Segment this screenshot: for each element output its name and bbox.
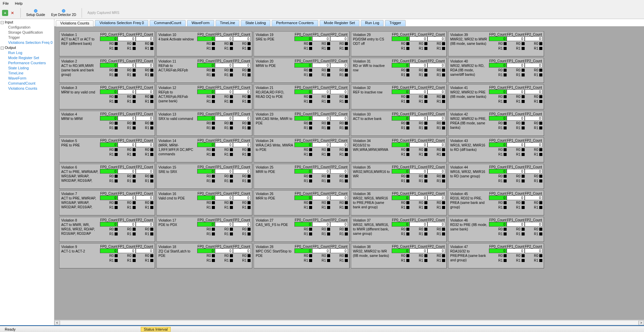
violation-card: Violation 16Valid cmd to PDEFP0_Count0R0… [156,190,252,215]
collapse-icon[interactable]: − [1,47,4,50]
card-title: Violation 17 [158,218,196,223]
card-title: Violation 4 [61,112,99,117]
add-button[interactable]: + [2,10,8,16]
tab-state-listing[interactable]: State Listing [241,20,270,26]
led-icon [248,179,251,182]
scroll-right-button[interactable]: > [639,320,644,325]
rank-indicator: R1 [312,72,330,77]
tree-output[interactable]: −Output [1,45,53,50]
led-icon [133,73,136,76]
tree-item-mode-register-set[interactable]: Mode Register Set [8,55,53,60]
menu-help[interactable]: Help [15,1,23,5]
eye-detector-button[interactable]: Eye Detector 2D [49,7,78,19]
cards-scroll[interactable]: Violation 1ACT to ACT or ACT to REF (dif… [54,27,644,320]
card-title: Violation 3 [61,86,99,90]
rank-indicator: R1 [215,152,233,157]
tree-input[interactable]: −Input [1,20,53,25]
tab-mode-register-set[interactable]: Mode Register Set [320,20,359,26]
rank-indicator: R1 [294,178,312,183]
card-description: MRR to PDE [256,170,293,174]
fp-header: FP0_Count [294,33,312,36]
tree-item-trigger[interactable]: Trigger [8,35,53,40]
collapse-icon[interactable]: − [1,21,4,24]
led-icon [150,179,153,182]
tab-run-log[interactable]: Run Log [361,20,384,26]
fp-header: FP0_Count [392,165,409,169]
fp-value: 0 [100,195,118,200]
close-button[interactable]: ✕ [10,10,15,16]
tab-commandcount[interactable]: CommandCount [150,20,186,26]
fp-value: 0 [409,142,427,147]
tab-violations-selection-freq-0[interactable]: Violations Selection Freq 0 [95,20,148,26]
led-icon [150,259,153,262]
card-description: ZQ Cal Start/Latch to PDE [158,249,196,258]
rank-indicator: R0 [197,94,215,99]
rank-indicator: R1 [489,178,507,183]
rank-indicator: R0 [294,94,312,99]
led-icon [248,47,251,50]
fp-header: FP0_Count [392,59,409,63]
violation-card: Violation 18ZQ Cal Start/Latch to PDEFP0… [156,243,252,268]
rank-indicator: R0 [294,68,312,72]
led-icon [150,153,153,156]
tree-item-waveform[interactable]: WaveForm [8,76,53,81]
fp-header: FP1_Count [507,245,524,248]
rank-indicator: R0 [100,200,118,205]
tab-violations-counts[interactable]: Violations Counts [56,20,94,27]
tree-item-run-log[interactable]: Run Log [8,50,53,55]
tree-item-timeline[interactable]: TimeLine [8,71,53,76]
led-icon [522,232,525,235]
fp-value: 0 [136,169,153,174]
rank-indicator: R0 [136,227,153,231]
tab-waveform[interactable]: WaveForm [187,20,214,26]
violation-card: Violation 40WR32, MWR32 to RD, RDA (8B m… [448,58,544,83]
fp-header: FP1_Count [409,139,427,142]
led-icon [504,201,507,204]
horizontal-scrollbar[interactable]: < > [54,320,644,325]
led-icon [150,95,153,98]
led-icon [424,254,427,257]
rank-indicator: R1 [136,205,153,210]
scroll-left-button[interactable]: < [54,320,60,325]
rank-indicator: R0 [525,121,542,125]
tab-timeline[interactable]: TimeLine [216,20,240,26]
fp-header: FP2_Count [427,112,445,116]
tab-performance-counters[interactable]: Performance Counters [272,20,318,26]
status-interval[interactable]: Status Interval [141,327,171,332]
menu-file[interactable]: File [3,1,9,5]
led-icon [309,259,312,262]
tree-item-storage-qualification[interactable]: Storage Qualification [8,30,53,35]
tree-item-violations-selection-freq-0[interactable]: Violations Selection Freq 0 [8,40,53,45]
led-icon [212,206,215,209]
tree-item-commandcount[interactable]: CommandCount [8,81,53,86]
tab-trigger[interactable]: Trigger [385,20,405,26]
card-description: SRX to valid command [158,117,196,121]
led-icon [424,69,427,72]
rank-indicator: R0 [392,147,409,152]
fp-value: 0 [409,36,427,41]
tree-item-violations-counts[interactable]: Violations Counts [8,86,53,91]
led-icon [230,201,233,204]
violation-card: Violation 36WR32, WR16, MWR16 to PRE,PRE… [351,190,447,215]
setup-guide-button[interactable]: Setup Guide [24,7,47,19]
led-icon [248,259,251,262]
card-description: REFab to ACT,REFab,REFpb [158,64,196,72]
rank-indicator: R0 [233,174,251,178]
rank-indicator: R1 [507,99,524,104]
card-title: Violation 11 [158,59,196,64]
apply-mrs-button[interactable]: Apply Captured MRS [85,7,121,19]
tree-item-configuration[interactable]: Configuration [8,25,53,30]
fp-value: 0 [312,36,330,41]
led-icon [230,228,233,231]
led-icon [406,95,409,98]
led-icon [115,201,118,204]
led-icon [522,148,525,151]
tree-item-state-listing[interactable]: State Listing [8,66,53,71]
led-icon [248,153,251,156]
rank-indicator: R1 [233,152,251,157]
tree-item-performance-counters[interactable]: Performance Counters [8,60,53,66]
fp-value: 0 [392,169,409,174]
fp-value: 0 [507,222,524,227]
fp-header: FP1_Count [312,112,330,116]
scroll-track[interactable] [60,320,639,325]
